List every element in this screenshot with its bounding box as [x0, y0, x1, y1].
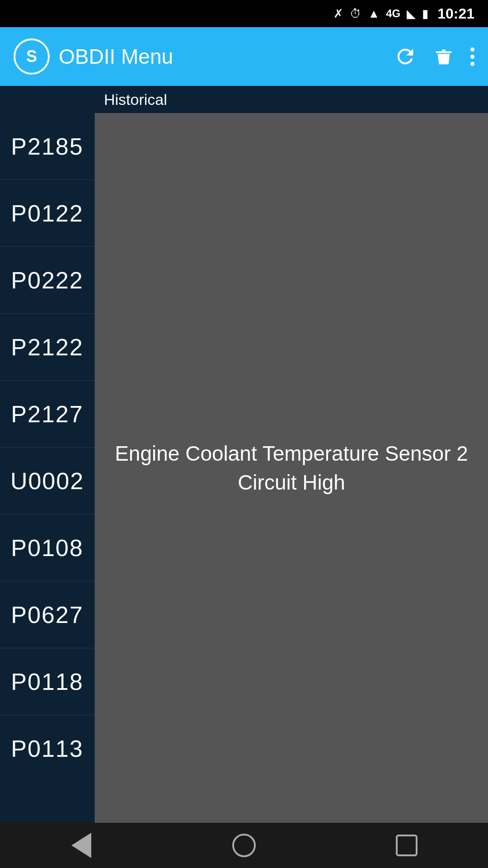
dtc-item-p0108[interactable]: P0108: [0, 514, 94, 581]
dtc-item-p2122[interactable]: P2122: [0, 314, 94, 381]
back-icon: [71, 833, 91, 858]
main-content: Historical P2185 P0122 P0222 P2122 P2127…: [0, 86, 488, 823]
app-bar-actions: [394, 45, 474, 68]
alarm-icon: ⏱: [350, 7, 361, 21]
home-icon: [232, 834, 256, 857]
description-text: Engine Coolant Temperature Sensor 2 Circ…: [113, 439, 470, 497]
status-time: 10:21: [437, 5, 474, 22]
dtc-item-p0122[interactable]: P0122: [0, 180, 94, 247]
signal-icon: ◣: [407, 7, 416, 21]
nav-bar: [0, 823, 488, 868]
more-dots-icon: [470, 47, 474, 66]
historical-header: Historical: [0, 86, 488, 113]
content-area: P2185 P0122 P0222 P2122 P2127 U0002 P010…: [0, 113, 488, 823]
dtc-item-p2127[interactable]: P2127: [0, 381, 94, 448]
status-bar: ✗ ⏱ ▲ 4G ◣ ▮ 10:21: [0, 0, 488, 27]
more-options-button[interactable]: [470, 47, 474, 66]
back-button[interactable]: [63, 827, 99, 863]
description-panel: Engine Coolant Temperature Sensor 2 Circ…: [95, 113, 488, 823]
recents-icon: [396, 835, 418, 856]
dtc-item-p0118[interactable]: P0118: [0, 648, 94, 715]
home-button[interactable]: [226, 827, 262, 863]
status-icons: ✗ ⏱ ▲ 4G ◣ ▮ 10:21: [333, 5, 474, 22]
refresh-button[interactable]: [394, 45, 417, 68]
dtc-item-p0113[interactable]: P0113: [0, 715, 94, 782]
historical-label: Historical: [104, 91, 167, 108]
app-bar: S OBDII Menu: [0, 27, 488, 86]
dtc-item-p0627[interactable]: P0627: [0, 581, 94, 648]
signal-label: 4G: [386, 7, 400, 20]
app-logo: S: [14, 38, 50, 75]
battery-icon: ▮: [422, 7, 428, 21]
app-title: OBDII Menu: [59, 44, 385, 69]
bluetooth-icon: ✗: [333, 7, 343, 21]
dtc-item-p0222[interactable]: P0222: [0, 247, 94, 314]
dtc-list: P2185 P0122 P0222 P2122 P2127 U0002 P010…: [0, 113, 95, 823]
recents-button[interactable]: [389, 827, 425, 863]
wifi-icon: ▲: [368, 7, 380, 21]
dtc-item-p2185[interactable]: P2185: [0, 113, 94, 180]
dtc-item-u0002[interactable]: U0002: [0, 448, 94, 514]
delete-button[interactable]: [433, 45, 454, 68]
